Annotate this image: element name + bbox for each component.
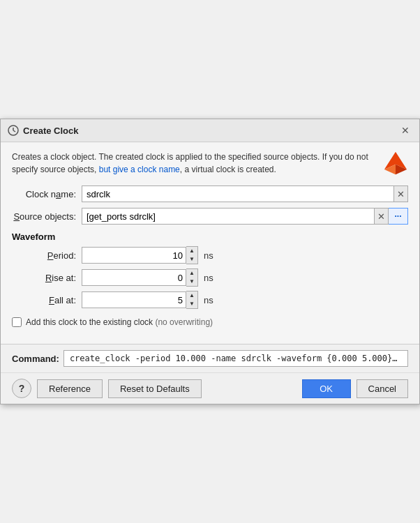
close-button[interactable]: ✕ xyxy=(398,123,412,137)
period-unit: ns xyxy=(204,250,213,261)
description-area: Creates a clock object. The created cloc… xyxy=(12,151,408,176)
period-label: Period: xyxy=(23,250,82,261)
description-text: Creates a clock object. The created cloc… xyxy=(12,151,383,176)
fall-input[interactable] xyxy=(82,291,186,308)
svg-line-2 xyxy=(13,130,15,132)
period-decrement-button[interactable]: ▼ xyxy=(186,255,197,264)
rise-input-wrap: ▲ ▼ xyxy=(82,268,198,287)
fall-input-wrap: ▲ ▼ xyxy=(82,291,198,309)
period-input-wrap: ▲ ▼ xyxy=(82,246,198,264)
source-objects-browse-button[interactable]: ··· xyxy=(389,208,408,225)
reset-button[interactable]: Reset to Defaults xyxy=(108,379,202,398)
rise-increment-button[interactable]: ▲ xyxy=(186,269,197,278)
source-objects-label: Source objects: xyxy=(12,211,82,222)
source-objects-clear-button[interactable]: ✕ xyxy=(375,208,389,225)
rise-input[interactable] xyxy=(82,269,186,286)
source-objects-input[interactable] xyxy=(82,208,375,225)
rise-spinner: ▲ ▼ xyxy=(186,268,198,287)
source-objects-input-wrap: ✕ ··· xyxy=(82,208,408,225)
ok-button[interactable]: OK xyxy=(302,379,351,398)
app-icon xyxy=(8,125,19,136)
rise-label: Rise at: xyxy=(23,273,82,283)
rise-decrement-button[interactable]: ▼ xyxy=(186,278,197,286)
clock-name-input[interactable] xyxy=(82,185,394,202)
reference-button[interactable]: Reference xyxy=(37,379,103,398)
source-objects-row: Source objects: ✕ ··· xyxy=(12,208,408,225)
clock-name-input-wrap: ✕ xyxy=(82,185,408,202)
fall-spinner: ▲ ▼ xyxy=(186,291,198,309)
cancel-button[interactable]: Cancel xyxy=(357,379,408,398)
command-label: Command: xyxy=(12,354,59,364)
clock-name-label: Clock name: xyxy=(12,189,82,199)
dialog-title: Create Clock xyxy=(23,126,78,136)
add-clock-label: Add this clock to the existing clock (no… xyxy=(26,317,213,327)
rise-row: Rise at: ▲ ▼ ns xyxy=(23,268,408,287)
fall-increment-button[interactable]: ▲ xyxy=(186,291,197,300)
title-bar-left: Create Clock xyxy=(8,125,78,136)
fall-decrement-button[interactable]: ▼ xyxy=(186,300,197,308)
command-text: create_clock -period 10.000 -name sdrclk… xyxy=(63,350,408,367)
fall-unit: ns xyxy=(204,295,213,305)
command-bar: Command: create_clock -period 10.000 -na… xyxy=(1,344,419,372)
description-link[interactable]: but give a clock name xyxy=(99,165,180,174)
title-bar: Create Clock ✕ xyxy=(1,119,419,142)
create-clock-dialog: Create Clock ✕ Creates a clock object. T… xyxy=(0,119,420,404)
fall-row: Fall at: ▲ ▼ ns xyxy=(23,291,408,309)
clock-name-clear-button[interactable]: ✕ xyxy=(394,185,408,202)
vivado-logo xyxy=(383,151,408,176)
help-button[interactable]: ? xyxy=(12,379,31,398)
period-input[interactable] xyxy=(82,247,186,264)
add-clock-checkbox[interactable] xyxy=(12,317,22,327)
period-spinner: ▲ ▼ xyxy=(186,246,198,264)
rise-unit: ns xyxy=(204,273,213,283)
waveform-section: Period: ▲ ▼ ns Rise at: ▲ ▼ xyxy=(23,246,408,309)
period-increment-button[interactable]: ▲ xyxy=(186,247,197,255)
add-clock-checkbox-row: Add this clock to the existing clock (no… xyxy=(12,317,408,327)
add-clock-note: (no overwriting) xyxy=(155,317,213,327)
period-row: Period: ▲ ▼ ns xyxy=(23,246,408,264)
dialog-body: Creates a clock object. The created cloc… xyxy=(1,142,419,344)
waveform-section-title: Waveform xyxy=(12,232,408,242)
clock-name-row: Clock name: ✕ xyxy=(12,185,408,202)
button-bar: ? Reference Reset to Defaults OK Cancel xyxy=(1,372,419,404)
fall-label: Fall at: xyxy=(23,295,82,305)
